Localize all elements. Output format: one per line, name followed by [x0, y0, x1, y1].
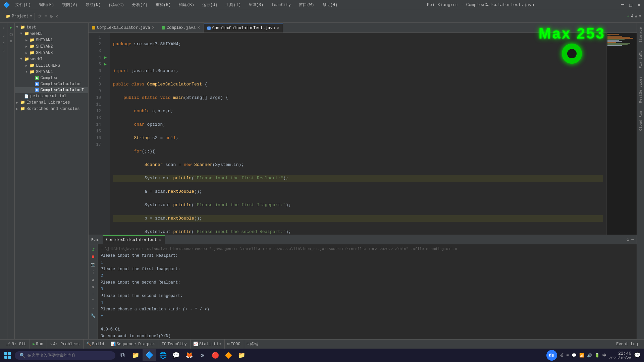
tree-item-leijicheng[interactable]: ▶ 📁 LEIJICHENG [15, 62, 88, 69]
run-sidebar-down[interactable]: ▼ [90, 284, 97, 291]
activity-icon-3[interactable]: ≡ [8, 39, 14, 45]
tree-item-extlibs[interactable]: ▶ 📁 External Libraries [15, 99, 88, 106]
run-sidebar-up[interactable]: ▲ [90, 277, 97, 283]
close-button[interactable]: ✕ [637, 2, 641, 8]
tab-complex[interactable]: Complex.java × [158, 23, 204, 33]
menu-view[interactable]: 视图(V) [59, 1, 80, 9]
tab-close-complex[interactable]: × [197, 25, 200, 31]
taskbar-app7[interactable]: 📁 [235, 349, 248, 361]
taskbar-task-view[interactable]: ⧉ [116, 349, 128, 361]
taskbar-app6[interactable]: 🔶 [222, 349, 234, 361]
taskbar-search[interactable]: 🔍 在这里输入你要搜索的内容 [15, 351, 115, 360]
tab-close-complexcalctest[interactable]: × [277, 25, 279, 31]
activity-icon-1[interactable]: ▶ [8, 24, 14, 31]
run-output[interactable]: F:\jdk\bin\java.exe -Dvisualvm.id=818905… [98, 244, 637, 349]
taskbar-app2[interactable]: 💬 [170, 349, 182, 361]
nav-down[interactable]: ▼ [639, 14, 641, 19]
tree-item-shiyan4[interactable]: ▼ 📁 SHIYAN4 [15, 69, 88, 75]
activity-icon-2[interactable]: ⬡ [8, 32, 14, 38]
taskbar-app4[interactable]: ⚙ [196, 349, 208, 361]
run-sidebar-stop[interactable]: ■ [90, 253, 97, 260]
menu-vcs[interactable]: VCS(S) [246, 2, 266, 8]
gutter-5[interactable]: ▶ [104, 61, 109, 68]
toolbar-problems[interactable]: ⚠ 4: Problems [47, 340, 82, 349]
arrow-scratches: ▶ [16, 107, 20, 111]
tree-item-week7[interactable]: ▼ 📁 week7 [15, 56, 88, 62]
menu-help[interactable]: 帮助(H) [320, 1, 340, 9]
tree-item-scratches[interactable]: ▶ 📁 Scratches and Consoles [15, 106, 88, 112]
right-tab-restservices[interactable]: RestServices [638, 74, 643, 106]
gutter-4[interactable]: ▶ [104, 54, 109, 61]
run-sidebar-camera[interactable]: 📷 [90, 261, 97, 268]
toolbar-build[interactable]: 🔨 Build [83, 340, 107, 349]
menu-window[interactable]: 窗口(W) [296, 1, 317, 9]
sidebar-icon-4[interactable]: o [0, 48, 7, 54]
menu-run[interactable]: 运行(U) [200, 1, 220, 9]
sidebar-icon-1[interactable]: S [0, 24, 7, 31]
toolbar-sync[interactable]: ⟳ [38, 13, 42, 19]
run-sidebar-more[interactable]: ⋮ [90, 269, 97, 276]
tree-item-shiyan3[interactable]: ▶ 📁 SHIYAN3 [15, 50, 88, 56]
sidebar-icon-3[interactable]: d [0, 40, 7, 47]
taskbar-browser[interactable]: 🌐 [157, 349, 169, 361]
label-complexcalc: ComplexCalculator [41, 82, 82, 86]
sidebar-icon-2[interactable]: u [0, 32, 7, 39]
maximize-button[interactable]: ❐ [629, 2, 633, 8]
taskbar-app3[interactable]: 🦊 [183, 349, 195, 361]
toolbar-settings[interactable]: ⚙ [50, 13, 53, 19]
menu-analyze[interactable]: 分析(Z) [129, 1, 150, 9]
menu-edit[interactable]: 编辑(E) [36, 1, 57, 9]
toolbar-sequence[interactable]: 📊 Sequence Diagram [108, 340, 158, 349]
taskbar-app5[interactable]: 🔴 [209, 349, 221, 361]
menu-file[interactable]: 文件(F) [13, 1, 34, 9]
toolbar-eventlog[interactable]: Event Log [613, 340, 641, 349]
toolbar-structure[interactable]: ≡ [44, 14, 47, 19]
menu-teamcity[interactable]: TeamCity [269, 2, 293, 8]
right-tab-cloud[interactable]: Cloud Run [638, 108, 643, 133]
sys-tray-lang[interactable]: 英 [560, 353, 564, 358]
menu-nav[interactable]: 导航(N) [83, 1, 104, 9]
tree-item-complex[interactable]: C Complex [15, 75, 88, 81]
project-selector[interactable]: 📁 Project ▼ [3, 13, 35, 20]
tree-item-shiyan2[interactable]: ▶ 📁 SHIYAN2 [15, 43, 88, 50]
code-content[interactable]: package src.week7.SHIYAN4; import java.u… [110, 33, 606, 235]
run-sidebar-rerun[interactable]: ↺ [90, 246, 97, 252]
tree-item-iml[interactable]: 📄 peixiangrui.iml [15, 93, 88, 99]
start-button[interactable] [2, 349, 14, 361]
run-sidebar-scroll[interactable]: ↕ [90, 305, 97, 311]
notification-icon[interactable]: 💬 [634, 352, 641, 359]
run-settings-icon[interactable]: ⚙ [627, 237, 629, 242]
taskbar-baidu[interactable]: du [546, 350, 557, 361]
run-sidebar-filter[interactable]: 🔧 [90, 312, 97, 319]
tree-item-shiyan1[interactable]: ▶ 📁 SHIYAN1 [15, 37, 88, 43]
right-tab-plantuml[interactable]: PlantuML [638, 48, 643, 71]
menu-build[interactable]: 构建(B) [176, 1, 197, 9]
tree-item-week5[interactable]: ▼ 📁 week5 [15, 31, 88, 37]
tree-item-test[interactable]: ▼ 📁 test [15, 24, 88, 31]
menu-code[interactable]: 代码(C) [106, 1, 127, 9]
tree-item-complexcalctest[interactable]: C ComplexCalculatorT [15, 87, 88, 93]
right-tab-storage[interactable]: Storage [638, 24, 643, 45]
taskbar-files[interactable]: 📁 [129, 349, 142, 361]
minimize-button[interactable]: — [621, 2, 624, 8]
toolbar-git[interactable]: ⎇ 9: Git [3, 340, 29, 349]
tab-close-complexcalculator[interactable]: × [152, 25, 154, 31]
taskbar-intellij[interactable]: 🔷 [143, 349, 156, 361]
run-tab-active[interactable]: ComplexCalculatorTest × [103, 235, 165, 244]
menu-tools[interactable]: 工具(T) [223, 1, 244, 9]
tab-complexcalculator[interactable]: ComplexCalculator.java × [89, 23, 158, 33]
nav-up[interactable]: ▲ [635, 14, 637, 19]
toolbar-statistic[interactable]: 📈 Statistic [190, 340, 224, 349]
toolbar-teamcity[interactable]: TC TeamCity [159, 340, 190, 349]
toolbar-run[interactable]: ▶ Run [30, 340, 46, 349]
run-sidebar-word[interactable]: ≡ [90, 297, 97, 304]
run-tab-close[interactable]: × [159, 237, 161, 243]
menu-refactor[interactable]: 重构(R) [153, 1, 174, 9]
tab-complexcalctest[interactable]: ComplexCalculatorTest.java × [204, 23, 283, 33]
taskbar-clock[interactable]: 22:46 2021/10/26 [609, 351, 631, 360]
tree-item-complexcalc[interactable]: C ComplexCalculator [15, 81, 88, 87]
toolbar-terminal[interactable]: ⊡ 终端 [244, 340, 261, 349]
toolbar-close-panel[interactable]: ✕ [55, 13, 58, 19]
toolbar-todo[interactable]: ☑ TODO [224, 340, 243, 349]
run-minimize-icon[interactable]: — [631, 237, 634, 242]
